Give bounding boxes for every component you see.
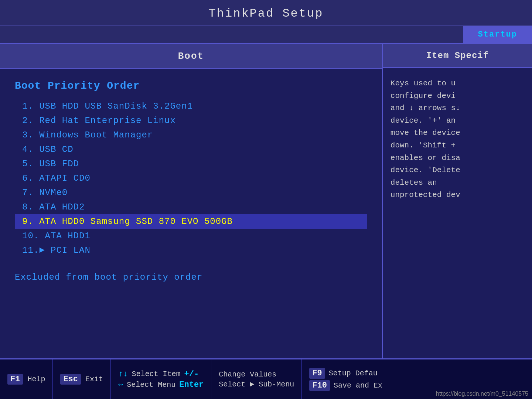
change-row-2: Select ► Sub-Menu [219,380,294,389]
f9-group: F9 Setup Defau F10 Save and Ex [302,359,390,399]
f1-key[interactable]: F1 [7,374,23,385]
arrows-row-2: ↔ Select Menu Enter [118,380,204,389]
f10-row: F10 Save and Ex [309,380,382,391]
excluded-label: Excluded from boot priority order [15,272,367,282]
esc-key[interactable]: Esc [60,374,81,385]
change-row-1: Change Values [219,370,294,379]
bios-screen: ThinkPad Setup Startup Boot Boot Priorit… [0,0,532,399]
left-panel-title: Boot [0,44,382,69]
section-header: Boot Priority Order [15,80,367,92]
arrows-two-lines: ↑↓ Select Item +/- ↔ Select Menu Enter [118,369,204,389]
arrows-group: ↑↓ Select Item +/- ↔ Select Menu Enter [111,359,211,399]
arrows-leftright-icon: ↔ [118,380,123,389]
watermark: https://blog.csdn.net/m0_51140575 [436,391,528,397]
plus-minus-key[interactable]: +/- [184,369,199,379]
tab-row: Startup [0,26,532,44]
f10-key[interactable]: F10 [309,380,330,391]
list-item[interactable]: 10. ATA HDD1 [15,229,367,243]
right-panel-content: Keys used to u configure devi and ↓ arro… [383,68,532,211]
main-content: Boot Boot Priority Order 1. USB HDD USB … [0,44,532,358]
list-item[interactable]: 7. NVMe0 [15,185,367,200]
f10-desc: Save and Ex [334,381,382,390]
list-item-selected[interactable]: 9. ATA HDD0 Samsung SSD 870 EVO 500GB [15,214,367,229]
list-item[interactable]: 6. ATAPI CD0 [15,171,367,185]
list-item[interactable]: 2. Red Hat Enterprise Linux [15,113,367,128]
list-item[interactable]: 1. USB HDD USB SanDisk 3.2Gen1 [15,99,367,113]
right-panel-title: Item Specif [383,44,532,68]
select-menu-label: Select Menu [127,381,175,389]
list-item[interactable]: 5. USB FDD [15,157,367,171]
f9-two-lines: F9 Setup Defau F10 Save and Ex [309,368,382,391]
arrows-updown-icon: ↑↓ [118,369,128,379]
right-panel: Item Specif Keys used to u configure dev… [383,44,532,358]
f1-group: F1 Help [0,359,53,399]
change-two-lines: Change Values Select ► Sub-Menu [219,370,294,389]
f9-row-1: F9 Setup Defau [309,368,382,379]
select-submenu-label: Select ► Sub-Menu [219,380,294,389]
bios-title: ThinkPad Setup [0,7,532,20]
enter-key[interactable]: Enter [179,380,204,389]
list-item[interactable]: 8. ATA HDD2 [15,200,367,214]
boot-list: 1. USB HDD USB SanDisk 3.2Gen1 2. Red Ha… [15,99,367,258]
esc-group: Esc Exit [53,359,111,399]
f1-desc: Help [27,375,45,383]
list-item[interactable]: 4. USB CD [15,142,367,157]
arrows-row-1: ↑↓ Select Item +/- [118,369,204,379]
f9-key[interactable]: F9 [309,368,325,379]
esc-desc: Exit [85,375,103,383]
select-item-label: Select Item [132,370,180,378]
f9-desc: Setup Defau [329,369,378,378]
change-values-label: Change Values [219,370,276,379]
left-panel: Boot Boot Priority Order 1. USB HDD USB … [0,44,383,358]
list-item[interactable]: 11.► PCI LAN [15,243,367,258]
change-values-group: Change Values Select ► Sub-Menu [211,359,302,399]
boot-content: Boot Priority Order 1. USB HDD USB SanDi… [0,69,382,358]
list-item[interactable]: 3. Windows Boot Manager [15,128,367,142]
tab-startup[interactable]: Startup [463,26,532,43]
title-bar: ThinkPad Setup [0,0,532,26]
